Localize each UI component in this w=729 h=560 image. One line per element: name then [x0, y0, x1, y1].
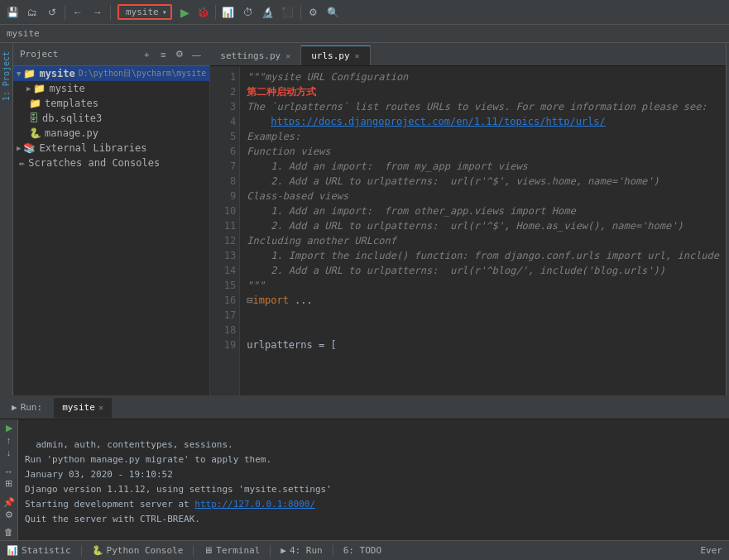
run-config-label: mysite — [122, 7, 162, 17]
save-button[interactable]: 💾 — [3, 3, 22, 22]
run-status-icon: ▶ — [281, 545, 286, 556]
bottom-tab-mysite[interactable]: mysite ✕ — [54, 398, 112, 418]
titlebar: mysite — [0, 25, 729, 43]
terminal-icon: 🖥 — [204, 545, 213, 556]
line-num-5: 5 — [210, 129, 236, 144]
code-line-5: Examples: — [247, 131, 300, 142]
run-again-button[interactable]: ▶ — [2, 423, 17, 433]
back-button[interactable]: ← — [69, 3, 87, 22]
bottom-tab-run[interactable]: ▶ Run: — [3, 398, 50, 418]
code-area: 1 2 3 4 5 6 7 8 9 10 11 12 13 14 15 16 1… — [210, 66, 726, 395]
open-button[interactable]: 🗂 — [23, 3, 41, 22]
code-line-9: Class-based views — [247, 190, 348, 202]
folder-icon-mysite-sub: 📁 — [33, 83, 46, 94]
minimize-button[interactable]: — — [189, 48, 203, 61]
add-button[interactable]: + — [140, 48, 153, 61]
run-config-area: mysite ▾ — [118, 4, 172, 20]
code-content[interactable]: """mysite URL Configuration 第二种启动方式 The … — [240, 66, 726, 395]
line-num-18: 18 — [210, 323, 236, 337]
tab-close-settings[interactable]: ✕ — [285, 51, 290, 60]
statusbar-run-label: 4: Run — [290, 545, 323, 556]
forward-button[interactable]: → — [89, 3, 107, 22]
line-num-11: 11 — [210, 218, 236, 233]
tree-item-external[interactable]: ▶ 📚 External Libraries — [13, 141, 209, 156]
tab-urls-py[interactable]: urls.py ✕ — [301, 45, 370, 65]
sidebar-item-project[interactable]: 1: Project — [0, 46, 12, 106]
run-inspections-button[interactable]: 🔬 — [259, 3, 277, 22]
left-sidebar-tabs: 1: Project — [0, 43, 13, 395]
project-title: mysite — [7, 28, 40, 39]
tab-settings-py[interactable]: settings.py ✕ — [210, 45, 301, 65]
tree-path: D:\python目\pycharm\mysite — [79, 68, 207, 79]
run-button[interactable]: ▶ — [177, 4, 194, 21]
bottom-tab-close[interactable]: ✕ — [98, 403, 103, 412]
toolbar-separator-3 — [215, 5, 216, 20]
folder-icon-root: 📁 — [23, 68, 36, 79]
tree-label-db: db.sqlite3 — [42, 112, 102, 124]
wrap-button[interactable]: ↔ — [2, 467, 17, 477]
statusbar-terminal-label: Terminal — [216, 545, 260, 556]
line-num-2: 2 — [210, 84, 236, 99]
statusbar-right: Ever — [701, 545, 723, 556]
code-fold-marker[interactable]: ⊟ — [247, 294, 252, 306]
statusbar-terminal[interactable]: 🖥 Terminal — [204, 545, 260, 556]
project-panel-header: Project + ≡ ⚙ — — [13, 43, 209, 66]
tree-item-templates[interactable]: 📁 templates — [13, 96, 209, 111]
tree-item-db[interactable]: 🗄 db.sqlite3 — [13, 111, 209, 126]
toolbar-separator-2 — [110, 5, 111, 20]
todo-label: 6: TODO — [343, 545, 381, 556]
line-num-1: 1 — [210, 69, 236, 84]
statusbar-statistic[interactable]: 📊 Statistic — [7, 545, 71, 556]
run-config-dropdown[interactable]: ▾ — [162, 7, 167, 17]
output-server-link[interactable]: http://127.0.0.1:8000/ — [194, 499, 315, 510]
toolbar: 💾 🗂 ↺ ← → mysite ▾ ▶ 🐞 📊 ⏱ 🔬 ⬛ ⚙ 🔍 — [0, 0, 729, 25]
code-line-14: 2. Add a URL to urlpatterns: url(r'^blog… — [247, 265, 665, 276]
tree-item-scratches[interactable]: ✏ Scratches and Consoles — [13, 156, 209, 170]
clear-button[interactable]: 🗑 — [2, 526, 17, 537]
python-icon: 🐍 — [92, 545, 103, 556]
line-num-13: 13 — [210, 248, 236, 263]
line-num-17: 17 — [210, 308, 236, 323]
output-line-5: Starting development server at — [25, 499, 194, 510]
code-import-ellipsis: ... — [289, 294, 313, 306]
statusbar-statistic-label: Statistic — [22, 545, 71, 556]
pin-button[interactable]: 📌 — [2, 497, 17, 508]
output-line-2: Run 'python manage.py migrate' to apply … — [25, 454, 271, 465]
profile-button[interactable]: ⏱ — [239, 3, 257, 22]
stop-button[interactable]: ⬛ — [279, 3, 297, 22]
sync-button[interactable]: ↺ — [43, 3, 61, 22]
py-icon-manage: 🐍 — [29, 127, 41, 139]
soft-wrap-button[interactable]: ⊞ — [2, 478, 17, 489]
gear-icon-button[interactable]: ⚙ — [173, 48, 186, 61]
folder-icon-templates: 📁 — [29, 98, 41, 109]
tree-root-mysite[interactable]: ▼ 📁 mysite D:\python目\pycharm\mysite — [13, 66, 209, 81]
code-import: import — [253, 294, 289, 306]
statusbar-todo[interactable]: 6: TODO — [343, 545, 381, 556]
line-num-12: 12 — [210, 233, 236, 248]
code-line-15: """ — [247, 280, 265, 291]
code-line-2: 第二种启动方式 — [247, 86, 316, 98]
debug-button[interactable]: 🐞 — [195, 4, 212, 21]
bottom-tabs: ▶ Run: mysite ✕ — [0, 396, 729, 419]
coverage-button[interactable]: 📊 — [219, 3, 237, 22]
filter-button[interactable]: ≡ — [156, 48, 170, 61]
editor-tabs: settings.py ✕ urls.py ✕ — [210, 43, 726, 66]
statusbar-run[interactable]: ▶ 4: Run — [281, 545, 322, 556]
search-button[interactable]: 🔍 — [324, 3, 343, 22]
settings-run-button[interactable]: ⚙ — [2, 510, 17, 520]
line-numbers: 1 2 3 4 5 6 7 8 9 10 11 12 13 14 15 16 1… — [210, 66, 240, 395]
output-line-3: January 03, 2020 - 19:10:52 — [25, 469, 173, 480]
status-sep-4 — [333, 545, 333, 557]
tree-label-templates: templates — [45, 98, 98, 109]
scroll-down-button[interactable]: ↓ — [2, 448, 17, 458]
scroll-up-button[interactable]: ↑ — [2, 435, 17, 446]
tree-item-mysite-sub[interactable]: ▶ 📁 mysite — [13, 81, 209, 96]
settings-button[interactable]: ⚙ — [305, 3, 323, 22]
tab-close-urls[interactable]: ✕ — [355, 51, 360, 60]
statusbar-python-console[interactable]: 🐍 Python Console — [92, 545, 184, 556]
code-line-4-link[interactable]: https://docs.djangoproject.com/en/1.11/t… — [271, 116, 606, 127]
tree-arrow-mysite-sub: ▶ — [26, 84, 31, 93]
tree-item-manage[interactable]: 🐍 manage.py — [13, 126, 209, 141]
bottom-toolbar: ▶ ↑ ↓ ↔ ⊞ 📌 ⚙ 🗑 — [0, 419, 18, 540]
code-line-4-prefix — [247, 116, 271, 127]
